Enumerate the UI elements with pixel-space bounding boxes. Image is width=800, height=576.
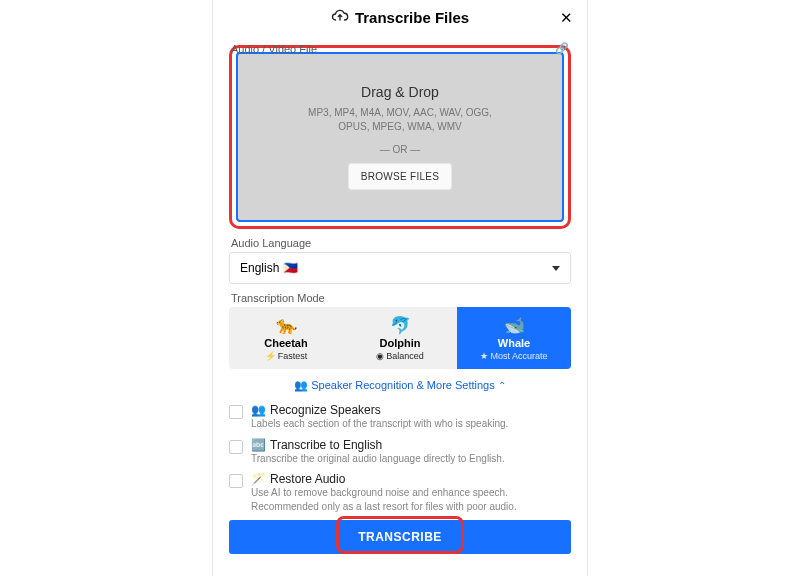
mode-name: Cheetah (264, 337, 307, 349)
option-row: 👥Recognize SpeakersLabels each section o… (229, 403, 571, 431)
language-flag-icon: 🇵🇭 (283, 262, 298, 274)
speakers-emoji-icon: 👥 (294, 379, 308, 391)
option-title: 🪄Restore Audio (251, 472, 571, 486)
mode-name: Whale (498, 337, 530, 349)
mode-cheetah[interactable]: 🐆Cheetah⚡Fastest (229, 307, 343, 369)
mode-emoji-icon: 🐋 (504, 317, 525, 334)
dropzone-formats-1: MP3, MP4, M4A, MOV, AAC, WAV, OGG, (308, 106, 492, 120)
mode-emoji-icon: 🐬 (390, 317, 411, 334)
option-row: 🔤Transcribe to EnglishTranscribe the ori… (229, 438, 571, 466)
option-text: 👥Recognize SpeakersLabels each section o… (251, 403, 508, 431)
option-checkbox[interactable] (229, 405, 243, 419)
mode-group: 🐆Cheetah⚡Fastest🐬Dolphin◉Balanced🐋Whale★… (229, 307, 571, 369)
option-emoji-icon: 🪄 (251, 472, 266, 486)
option-row: 🪄Restore AudioUse AI to remove backgroun… (229, 472, 571, 513)
options-list: 👥Recognize SpeakersLabels each section o… (229, 398, 571, 520)
browse-files-button[interactable]: BROWSE FILES (348, 163, 453, 190)
file-field-label-row: Audio / Video File 🔗 (231, 42, 569, 55)
mode-sub-icon: ⚡ (265, 351, 276, 361)
transcribe-modal: Transcribe Files ✕ Audio / Video File 🔗 … (212, 0, 588, 576)
more-settings-label: Speaker Recognition & More Settings (311, 379, 494, 391)
chevron-down-icon (552, 266, 560, 271)
submit-area: TRANSCRIBE (229, 520, 571, 554)
more-settings-toggle[interactable]: 👥 Speaker Recognition & More Settings ⌃ (229, 379, 571, 392)
modal-body: Audio / Video File 🔗 Drag & Drop MP3, MP… (213, 34, 587, 576)
mode-name: Dolphin (380, 337, 421, 349)
mode-sub-icon: ★ (480, 351, 488, 361)
language-value-wrap: English 🇵🇭 (240, 261, 298, 275)
mode-sub: ★Most Accurate (480, 351, 547, 361)
link-icon[interactable]: 🔗 (555, 42, 569, 55)
option-desc: Transcribe the original audio language d… (251, 452, 505, 466)
cloud-upload-icon (331, 8, 349, 26)
option-desc: Use AI to remove background noise and en… (251, 486, 571, 513)
mode-emoji-icon: 🐆 (276, 317, 297, 334)
mode-sub: ◉Balanced (376, 351, 424, 361)
language-field-label: Audio Language (231, 237, 569, 249)
modal-title: Transcribe Files (355, 9, 469, 26)
mode-sub: ⚡Fastest (265, 351, 308, 361)
option-title: 🔤Transcribe to English (251, 438, 505, 452)
option-checkbox[interactable] (229, 440, 243, 454)
dropzone-formats-2: OPUS, MPEG, WMA, WMV (338, 120, 461, 134)
dropzone-title: Drag & Drop (361, 84, 439, 100)
option-emoji-icon: 🔤 (251, 438, 266, 452)
mode-sub-icon: ◉ (376, 351, 384, 361)
mode-dolphin[interactable]: 🐬Dolphin◉Balanced (343, 307, 457, 369)
dropzone-or: — OR — (380, 144, 421, 155)
option-text: 🪄Restore AudioUse AI to remove backgroun… (251, 472, 571, 513)
language-select[interactable]: English 🇵🇭 (229, 252, 571, 284)
file-field-label: Audio / Video File (231, 43, 317, 55)
modal-title-wrap: Transcribe Files (331, 8, 469, 26)
option-text: 🔤Transcribe to EnglishTranscribe the ori… (251, 438, 505, 466)
option-checkbox[interactable] (229, 474, 243, 488)
modal-header: Transcribe Files ✕ (213, 0, 587, 34)
dropzone-highlight: Drag & Drop MP3, MP4, M4A, MOV, AAC, WAV… (229, 45, 571, 229)
mode-whale[interactable]: 🐋Whale★Most Accurate (457, 307, 571, 369)
option-emoji-icon: 👥 (251, 403, 266, 417)
transcribe-button[interactable]: TRANSCRIBE (229, 520, 571, 554)
close-icon[interactable]: ✕ (560, 9, 573, 27)
file-dropzone[interactable]: Drag & Drop MP3, MP4, M4A, MOV, AAC, WAV… (236, 52, 564, 222)
chevron-up-icon: ⌃ (498, 380, 506, 391)
language-value: English (240, 261, 279, 275)
option-title: 👥Recognize Speakers (251, 403, 508, 417)
mode-field-label: Transcription Mode (231, 292, 569, 304)
option-desc: Labels each section of the transcript wi… (251, 417, 508, 431)
